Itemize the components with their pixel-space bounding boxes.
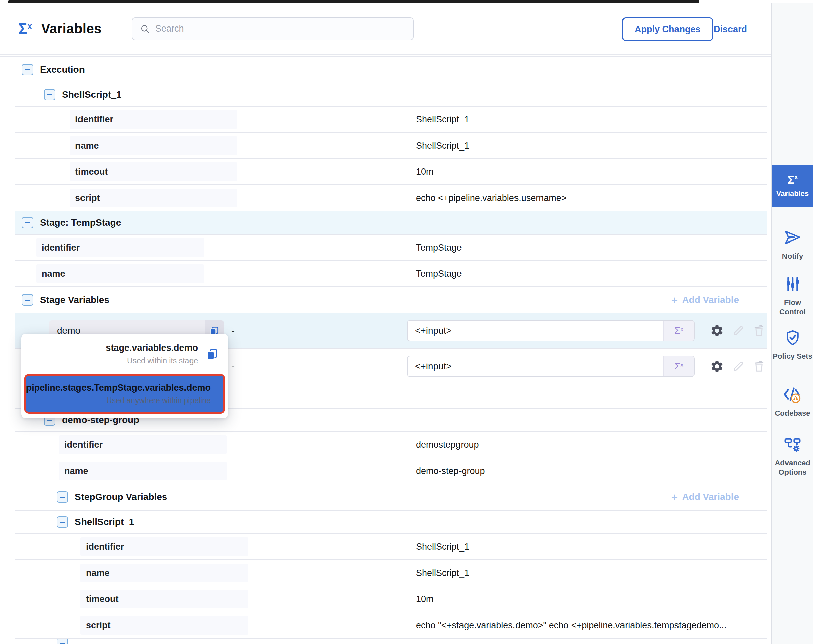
right-rail: Σx Variables Notify Flow Control [772,3,813,644]
field-value: demostepgroup [416,440,479,450]
tree-section-stepgroup-variables[interactable]: StepGroup Variables + Add Variable [15,485,767,511]
plus-icon: + [672,491,678,503]
collapse-minus-icon[interactable] [22,64,33,75]
page-title: Variables [41,21,102,36]
field-value: ShellScript_1 [416,542,469,552]
field-value: 10m [416,167,434,177]
field-label: script [70,189,238,207]
field-value: echo "<+stage.variables.demo>" echo <+pi… [416,620,727,630]
reference-path: pipeline.stages.TempStage.variables.demo [26,383,211,393]
field-value: demo-step-group [416,466,485,476]
tree-section-execution[interactable]: Execution [15,57,767,83]
field-row-name: name demo-step-group [15,458,767,485]
reference-path: stage.variables.demo [106,343,198,353]
field-row-script: script echo "<+stage.variables.demo>" ec… [15,612,767,639]
field-row-timeout: timeout 10m [15,586,767,612]
divider [0,55,772,57]
delete-trash-icon[interactable] [752,360,766,373]
field-row-name: name ShellScript_1 [15,133,767,159]
field-label: name [70,136,238,155]
search-input[interactable] [155,23,390,34]
discard-button[interactable]: Discard [714,17,747,41]
apply-changes-button[interactable]: Apply Changes [622,17,713,41]
field-row-name: name ShellScript_1 [15,560,767,586]
variable-value-input[interactable]: <+input> Σx [407,356,695,377]
tree-section-stage-tempstage[interactable]: Stage: TempStage [15,211,767,235]
variable-value-input[interactable]: <+input> Σx [407,320,695,342]
field-row-timeout: timeout 10m [15,159,767,185]
tree-section-shellscript1[interactable]: ShellScript_1 [15,83,767,107]
settings-gear-icon[interactable] [710,359,724,373]
copy-icon[interactable] [205,347,219,361]
variable-reference-option-pipeline-selected[interactable]: pipeline.stages.TempStage.variables.demo… [25,374,225,414]
variables-sigma-icon: Σx [787,174,798,186]
shield-check-icon [784,329,802,347]
field-row-name: name TempStage [15,261,767,287]
field-label: name [80,563,248,582]
add-variable-button[interactable]: + Add Variable [672,491,739,503]
plus-icon: + [672,294,678,305]
tree-row-partially-visible [15,639,767,644]
runtime-input-sigma-button[interactable]: Σx [663,356,694,376]
rail-tab-advanced-options[interactable]: Advanced Options [772,436,813,477]
rail-tab-policy-sets[interactable]: Policy Sets [772,329,813,361]
reference-scope: Used anywhere within pipeline [26,396,211,405]
rail-tab-variables[interactable]: Σx Variables [772,166,813,207]
field-value: ShellScript_1 [416,141,469,151]
field-row-identifier: identifier ShellScript_1 [15,107,767,133]
variable-reference-option-stage[interactable]: stage.variables.demo Used within its sta… [21,336,228,371]
field-label: timeout [70,163,238,181]
window-top-strip [8,0,699,3]
settings-gear-icon[interactable] [710,324,724,338]
field-value: TempStage [416,242,462,253]
panel-header: Σx Variables Apply Changes Discard [0,3,772,55]
field-label: name [59,462,227,480]
field-value: 10m [416,594,434,604]
field-label: identifier [59,435,227,454]
variables-panel: Σx Variables Apply Changes Discard Execu… [0,0,813,644]
rail-tab-flow-control[interactable]: Flow Control [772,275,813,317]
search-box[interactable] [132,17,414,40]
rail-tab-codebase[interactable]: Codebase [772,385,813,418]
tree-section-shellscript1[interactable]: ShellScript_1 [15,511,767,534]
rail-tab-notify[interactable]: Notify [772,228,813,261]
field-row-identifier: identifier ShellScript_1 [15,534,767,560]
field-label: script [80,616,248,635]
add-variable-button[interactable]: + Add Variable [672,294,739,305]
variable-type-dash: - [232,325,235,336]
paper-plane-icon [783,228,802,247]
field-row-identifier: identifier demostepgroup [15,432,767,458]
collapse-minus-icon[interactable] [44,89,55,100]
collapse-minus-icon[interactable] [57,491,68,503]
edit-pencil-icon[interactable] [732,360,745,373]
edit-pencil-icon[interactable] [732,324,745,337]
flowchart-gear-icon [783,436,802,454]
field-value: TempStage [416,269,462,279]
field-label: identifier [70,110,238,129]
field-label: identifier [36,238,204,257]
field-label: name [36,264,204,283]
runtime-input-sigma-button[interactable]: Σx [663,320,694,341]
tree-section-stage-variables[interactable]: Stage Variables + Add Variable [15,287,767,313]
variable-reference-popup: stage.variables.demo Used within its sta… [21,334,228,418]
field-row-script: script echo <+pipeline.variables.usernam… [15,185,767,211]
variables-sigma-icon: Σx [18,21,32,36]
variable-type-dash: - [232,360,235,372]
field-label: identifier [80,537,248,556]
field-row-identifier: identifier TempStage [15,235,767,261]
collapse-minus-icon[interactable] [22,217,33,228]
collapse-minus-icon[interactable] [57,639,68,644]
field-value: ShellScript_1 [416,568,469,578]
code-warning-icon [782,385,802,404]
collapse-minus-icon[interactable] [57,516,68,527]
reference-scope: Used within its stage [106,356,198,365]
sliders-icon [784,275,802,293]
field-value: ShellScript_1 [416,114,469,125]
collapse-minus-icon[interactable] [22,294,33,305]
field-label: timeout [80,590,248,609]
delete-trash-icon[interactable] [752,324,766,337]
field-value: echo <+pipeline.variables.username> [416,193,567,203]
search-icon [140,24,150,34]
